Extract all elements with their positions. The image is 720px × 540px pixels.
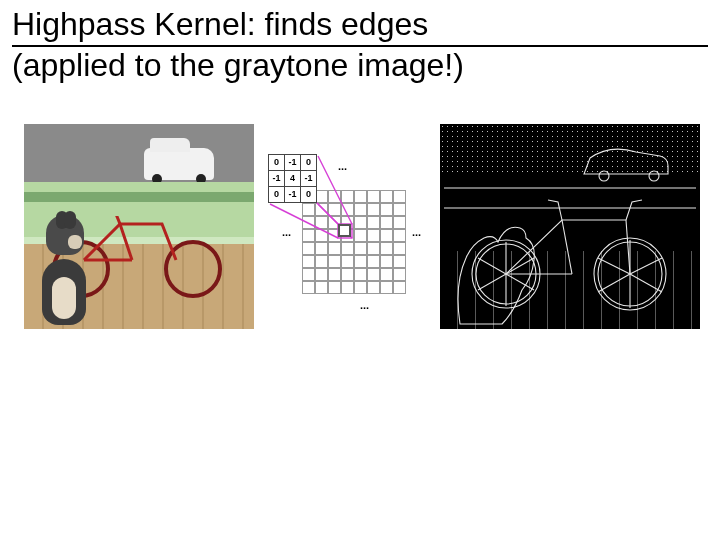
ellipsis-icon: ... [360,299,369,311]
slide-title-block: Highpass Kernel: finds edges (applied to… [0,0,720,84]
ellipsis-icon: ... [412,226,421,238]
kernel-cell: 4 [285,170,301,186]
kernel-matrix: 0 -1 0 -1 4 -1 0 -1 0 [268,154,317,203]
parked-car [144,148,214,180]
road-area [24,124,254,184]
output-target-cell [338,224,351,237]
title-line-2: (applied to the graytone image!) [12,47,708,84]
kernel-cell: 0 [301,186,317,202]
deck-edge-lines [440,251,700,329]
kernel-diagram: 0 -1 0 -1 4 -1 0 -1 0 ... ... ... ... [268,154,418,304]
kernel-cell: 0 [269,154,285,170]
ellipsis-icon: ... [338,160,347,172]
sitting-dog [32,215,102,325]
svg-line-2 [270,204,338,238]
kernel-cell: -1 [285,154,301,170]
content-row: 0 -1 0 -1 4 -1 0 -1 0 ... ... ... ... [0,124,720,344]
foliage-edge-noise [440,124,700,176]
kernel-cell: -1 [285,186,301,202]
kernel-cell: -1 [301,170,317,186]
kernel-cell: 0 [269,186,285,202]
title-line-1: Highpass Kernel: finds edges [12,6,708,43]
edge-output-image [440,124,700,329]
input-photo [24,124,254,329]
kernel-cell: -1 [269,170,285,186]
kernel-cell: 0 [301,154,317,170]
ellipsis-icon: ... [282,226,291,238]
